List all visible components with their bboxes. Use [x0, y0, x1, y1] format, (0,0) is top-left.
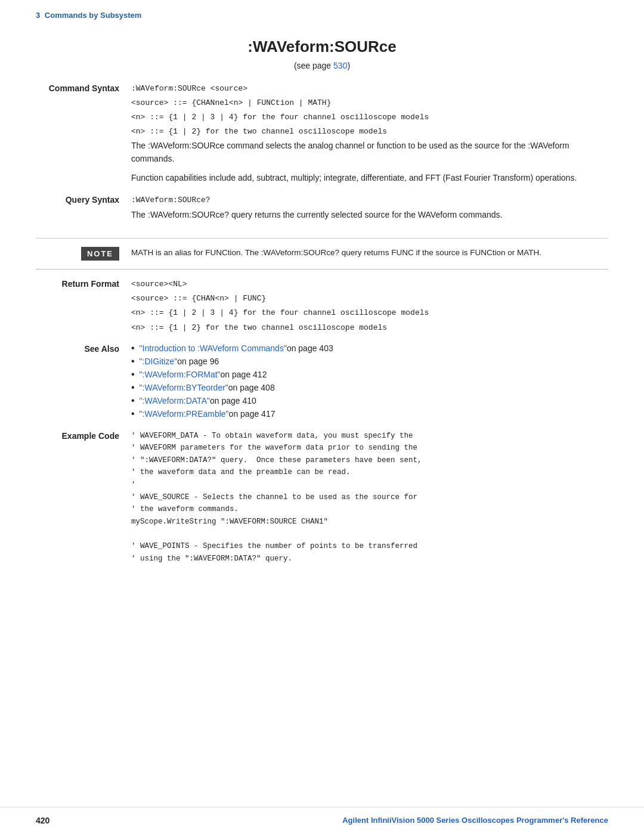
page-title: :WAVeform:SOURce — [36, 38, 608, 56]
chapter-number: 3 — [36, 11, 40, 20]
command-syntax-line-1: :WAVeform:SOURce <source> — [131, 82, 608, 95]
example-code-content: ' WAVEFORM_DATA - To obtain waveform dat… — [131, 430, 608, 565]
return-format-line-4: <n> ::= {1 | 2} for the two channel osci… — [131, 321, 608, 335]
return-format-line-1: <source><NL> — [131, 278, 608, 291]
see-also-list: "Introduction to :WAVeform Commands" on … — [131, 343, 608, 419]
see-also-link-2[interactable]: ":DIGitize" — [140, 357, 178, 366]
query-syntax-row: Query Syntax :WAVeform:SOURce? The :WAVe… — [36, 194, 608, 227]
query-syntax-line: :WAVeform:SOURce? — [131, 194, 608, 207]
list-item: ":DIGitize" on page 96 — [131, 356, 608, 367]
command-syntax-label: Command Syntax — [36, 82, 131, 93]
see-also-link-1[interactable]: "Introduction to :WAVeform Commands" — [140, 343, 287, 353]
list-item: ":WAVeform:DATA" on page 410 — [131, 395, 608, 406]
example-code-label: Example Code — [36, 430, 131, 441]
see-also-link-3[interactable]: ":WAVeform:FORMat" — [140, 370, 221, 379]
return-format-line-2: <source> ::= {CHAN<n> | FUNC} — [131, 292, 608, 305]
see-page: (see page 530) — [36, 61, 608, 70]
see-also-label: See Also — [36, 343, 131, 354]
note-content: MATH is an alias for FUNCtion. The :WAVe… — [131, 247, 608, 259]
return-format-row: Return Format <source><NL> <source> ::= … — [36, 278, 608, 335]
example-code-row: Example Code ' WAVEFORM_DATA - To obtain… — [36, 430, 608, 565]
footer: 420 Agilent InfiniiVision 5000 Series Os… — [0, 807, 644, 833]
query-syntax-content: :WAVeform:SOURce? The :WAVeform:SOURce? … — [131, 194, 608, 227]
see-also-link-5[interactable]: ":WAVeform:DATA" — [140, 396, 210, 405]
breadcrumb: 3 Commands by Subsystem — [0, 0, 644, 26]
chapter-title: Commands by Subsystem — [45, 11, 142, 20]
section-divider — [36, 269, 608, 270]
return-format-content: <source><NL> <source> ::= {CHAN<n> | FUN… — [131, 278, 608, 335]
footer-title: Agilent InfiniiVision 5000 Series Oscill… — [342, 816, 608, 825]
query-syntax-para: The :WAVeform:SOURce? query returns the … — [131, 209, 608, 222]
see-page-label: (see page — [294, 61, 333, 70]
see-also-content: "Introduction to :WAVeform Commands" on … — [131, 343, 608, 422]
list-item: ":WAVeform:FORMat" on page 412 — [131, 369, 608, 380]
command-syntax-line-4: <n> ::= {1 | 2} for the two channel osci… — [131, 125, 608, 138]
list-item: ":WAVeform:PREamble" on page 417 — [131, 408, 608, 419]
query-syntax-label: Query Syntax — [36, 194, 131, 205]
command-syntax-para2: Function capabilities include add, subtr… — [131, 172, 608, 185]
command-syntax-row: Command Syntax :WAVeform:SOURce <source>… — [36, 82, 608, 190]
see-also-row: See Also "Introduction to :WAVeform Comm… — [36, 343, 608, 422]
see-also-link-6[interactable]: ":WAVeform:PREamble" — [140, 409, 229, 419]
command-syntax-para1: The :WAVeform:SOURce command selects the… — [131, 140, 608, 165]
page-container: 3 Commands by Subsystem :WAVeform:SOURce… — [0, 0, 644, 833]
list-item: ":WAVeform:BYTeorder" on page 408 — [131, 382, 608, 393]
command-syntax-content: :WAVeform:SOURce <source> <source> ::= {… — [131, 82, 608, 190]
command-syntax-line-3: <n> ::= {1 | 2 | 3 | 4} for the four cha… — [131, 111, 608, 124]
see-also-link-4[interactable]: ":WAVeform:BYTeorder" — [140, 383, 228, 392]
note-label-box: NOTE — [36, 247, 131, 261]
footer-page-number: 420 — [36, 816, 49, 825]
list-item: "Introduction to :WAVeform Commands" on … — [131, 343, 608, 354]
see-page-link[interactable]: 530 — [333, 61, 347, 70]
note-row: NOTE MATH is an alias for FUNCtion. The … — [36, 238, 608, 261]
note-badge: NOTE — [81, 247, 119, 261]
return-format-label: Return Format — [36, 278, 131, 289]
return-format-line-3: <n> ::= {1 | 2 | 3 | 4} for the four cha… — [131, 306, 608, 320]
example-code-block: ' WAVEFORM_DATA - To obtain waveform dat… — [131, 430, 608, 565]
see-page-suffix: ) — [347, 61, 350, 70]
main-content: :WAVeform:SOURce (see page 530) Command … — [0, 26, 644, 604]
command-syntax-line-2: <source> ::= {CHANnel<n> | FUNCtion | MA… — [131, 97, 608, 110]
